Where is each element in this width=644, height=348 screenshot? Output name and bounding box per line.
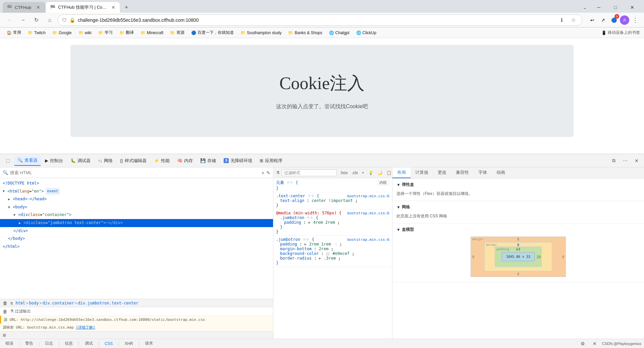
dt-more-button[interactable]: ⋯ — [621, 156, 630, 165]
html-line-doctype[interactable]: <!DOCTYPE html> — [0, 180, 273, 188]
dt-tab-storage[interactable]: 💾 存储 — [197, 156, 219, 165]
address-input-wrap[interactable]: 🛡 🔒 challenge-1bd269db55ec16e3.sandbox.c… — [58, 14, 582, 26]
layout-tab-layout[interactable]: 布局 — [392, 167, 411, 178]
bookmark-southampton[interactable]: 📁 Southampton study — [238, 29, 284, 36]
bookmark-banks-shops[interactable]: 📁 Banks & Shops — [285, 29, 325, 36]
breadcrumb-filter-button[interactable]: ⚗ — [10, 300, 13, 306]
css-hover-toggle[interactable]: :hov — [339, 170, 349, 176]
grid-section-header[interactable]: ▼ 网格 — [396, 203, 640, 211]
boxmodel-section-header[interactable]: ▼ 盒模型 — [396, 225, 640, 234]
bc-html[interactable]: html — [15, 301, 25, 305]
extension-icon-2[interactable]: ↗ — [598, 15, 608, 25]
bookmark-minecraft[interactable]: 📁 Minecraft — [138, 29, 166, 36]
html-pick-button[interactable]: ✎ — [266, 170, 270, 176]
bc-jumbotron[interactable]: div.jumbotron.text-center — [78, 301, 139, 305]
tab-ctfhub-active[interactable]: 🏁 CTFHub 技能学习 | Cookie注入 ✕ — [46, 2, 120, 13]
breadcrumb-delete-button[interactable]: 🗑 — [3, 300, 7, 306]
dt-errors-btn[interactable]: 错误 — [3, 340, 16, 347]
html-line-div-close[interactable]: </div> — [0, 227, 273, 235]
css-source-media[interactable]: bootstrap.min.css:6 — [347, 211, 389, 215]
dt-bottom-close[interactable]: ✕ — [590, 339, 599, 348]
layout-tab-animations[interactable]: 动画 — [492, 167, 510, 178]
home-button[interactable]: ⌂ — [44, 15, 55, 25]
html-line-html[interactable]: ▼ <html lang = "en" > event — [0, 188, 273, 196]
back-button[interactable]: ← — [4, 15, 15, 25]
dt-tab-style-editor[interactable]: {} 样式编辑器 — [117, 156, 150, 165]
dt-info-btn[interactable]: 信息 — [62, 340, 75, 347]
extension-icon-3[interactable]: 🔵9 — [609, 15, 619, 25]
refresh-button[interactable]: ↻ — [31, 15, 42, 25]
css-source-j[interactable]: bootstrap.min.css:6 — [347, 237, 389, 242]
bookmark-translate[interactable]: 📁 翻译 — [117, 29, 137, 37]
dt-close-button[interactable]: ✕ — [632, 156, 641, 165]
tab-ctfhub-inactive[interactable]: 🏁 CTFHub ✕ — [3, 2, 45, 13]
profile-avatar[interactable]: A — [620, 15, 629, 25]
dt-debug-btn[interactable]: 调试 — [82, 340, 96, 347]
css-copy-button[interactable]: 📋 — [385, 170, 393, 176]
css-cls-toggle[interactable]: .cls — [351, 170, 359, 176]
tab-close-1[interactable]: ✕ — [35, 4, 41, 10]
tab-close-2[interactable]: ✕ — [111, 4, 116, 10]
dt-warnings-btn[interactable]: 警告 — [22, 340, 36, 347]
menu-button[interactable]: ⋮ — [631, 15, 640, 25]
dt-tab-application[interactable]: ⊞ 应用程序 — [256, 156, 286, 165]
console-trash-icon[interactable]: 🗑 — [3, 309, 7, 314]
bottom-expand-icon[interactable]: ⊞ — [3, 333, 6, 338]
maximize-button[interactable]: □ — [608, 1, 623, 14]
minimize-button[interactable]: ─ — [591, 1, 606, 14]
dt-tab-network[interactable]: ↑↓ 网络 — [95, 156, 116, 165]
dt-tab-memory[interactable]: 🧠 内存 — [174, 156, 196, 165]
html-line-container[interactable]: ▼ <div class = "container" > — [0, 211, 273, 219]
dt-inspect-toggle[interactable]: ⬚ — [3, 156, 13, 165]
css-color-toggle[interactable]: 💡 — [367, 170, 375, 176]
html-add-node-button[interactable]: + — [262, 170, 264, 176]
layout-tab-fonts[interactable]: 字体 — [474, 167, 492, 178]
flex-section-header[interactable]: ▼ 弹性盒 — [396, 181, 640, 189]
html-line-head[interactable]: ▶ <head> ⋯ </head> — [0, 195, 273, 203]
html-line-body[interactable]: ▼ <body> — [0, 203, 273, 211]
dt-logs-btn[interactable]: 日志 — [42, 340, 56, 347]
dt-tab-debugger[interactable]: 🐛 调试器 — [67, 156, 94, 165]
bc-container[interactable]: div.container — [43, 301, 74, 305]
bookmark-google[interactable]: 📁 Google — [50, 29, 74, 36]
layout-tab-changes[interactable]: 更改 — [433, 167, 451, 178]
html-line-jumbotron[interactable]: ▶ <div class = "jumbotron text-center" >… — [0, 219, 273, 227]
dt-tab-console[interactable]: ▶ 控制台 — [42, 156, 66, 165]
dt-xhr-btn[interactable]: XHR — [122, 341, 136, 347]
layout-tab-compat[interactable]: 兼容性 — [451, 167, 474, 178]
dt-css-btn[interactable]: CSS — [102, 341, 116, 347]
bookmark-resources[interactable]: 📁 资源 — [167, 29, 187, 37]
css-filter-input[interactable] — [282, 169, 337, 176]
learn-more-link[interactable]: [详细了解] — [76, 325, 95, 330]
css-add-rule[interactable]: + — [361, 170, 366, 176]
new-tab-button[interactable]: + — [122, 3, 131, 12]
css-edit-icon-pj[interactable]: ✎ — [335, 242, 337, 247]
bookmark-study[interactable]: 📁 学习 — [96, 29, 115, 37]
css-dark-toggle[interactable]: 🌙 — [376, 170, 384, 176]
layout-tab-computed[interactable]: 计算值 — [411, 167, 433, 178]
bc-body[interactable]: body — [29, 301, 39, 305]
close-button[interactable]: ✕ — [625, 1, 640, 14]
bookmark-常用[interactable]: 🏠 常用 — [4, 29, 24, 37]
mobile-bookmarks[interactable]: 📱 移动设备上的书签 — [601, 30, 640, 36]
dt-tab-accessibility[interactable]: ♿ 无障碍环境 — [220, 156, 256, 165]
forward-button[interactable]: → — [17, 15, 28, 25]
dt-bottom-settings[interactable]: ⚙ — [578, 339, 587, 348]
bookmark-clickup[interactable]: 🌐 ClickUp — [354, 29, 379, 36]
extension-icon-1[interactable]: ↩ — [588, 15, 597, 25]
html-search-input[interactable] — [10, 170, 260, 175]
bookmark-wiki[interactable]: 📁 wiki — [76, 29, 94, 36]
dt-tab-inspector[interactable]: 🔍 查看器 — [14, 156, 41, 166]
dt-requests-btn[interactable]: 请求 — [142, 340, 156, 347]
info-button[interactable]: ℹ — [557, 15, 567, 25]
console-filter-toggle[interactable]: ⚗ 过滤输出 — [10, 308, 31, 314]
html-line-html-close[interactable]: </html> — [0, 243, 273, 251]
bookmark-star-button[interactable]: ☆ — [569, 15, 578, 25]
css-source-tc[interactable]: bootstrap.min.css:6 — [347, 194, 389, 198]
dt-dock-button[interactable]: ⧉ — [609, 156, 619, 165]
bookmark-baidu[interactable]: 🔵 百度一下，你就知道 — [189, 29, 236, 37]
bookmark-twitch[interactable]: 📁 Twitch — [25, 29, 48, 36]
dt-tab-performance[interactable]: ⚡ 性能 — [151, 156, 173, 165]
tab-list-button[interactable]: ⌄ — [580, 3, 590, 12]
html-line-body-close[interactable]: </body> — [0, 235, 273, 243]
